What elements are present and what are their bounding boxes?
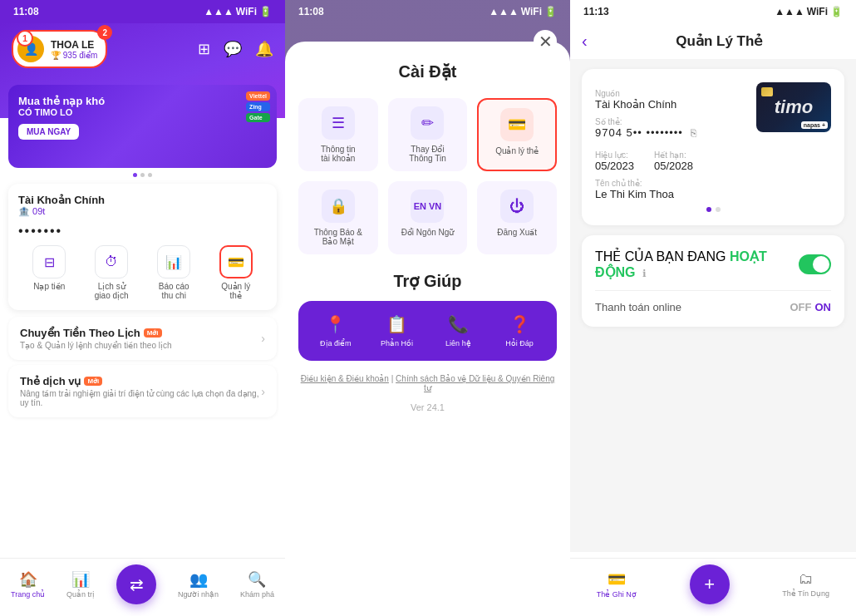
- source-label: Nguồn: [595, 89, 746, 98]
- account-title: Tài Khoản Chính: [18, 194, 267, 206]
- card-dot-2: [716, 207, 721, 212]
- bottom-nav-3: 💳 Thẻ Ghi Nợ + 🗂 Thẻ Tín Dụng: [570, 558, 856, 616]
- help-faq[interactable]: ❓ Hỏi Đáp: [492, 314, 547, 347]
- user-points: 🏆 935 điểm: [51, 51, 97, 60]
- status-label: THẺ CỦA BẠN ĐANG: [595, 249, 726, 264]
- expiry-block: Hiệu lực: 05/2023: [595, 144, 634, 172]
- settings-account-info[interactable]: ☰ Thông tintài khoản: [298, 98, 378, 171]
- nav-label-nguoi-nhan: Người nhận: [178, 590, 219, 599]
- nav-label-home: Trang chủ: [11, 590, 45, 599]
- chuyen-tien-promo[interactable]: Chuyển Tiền Theo Lịch Mới Tạo & Quản lý …: [8, 317, 277, 360]
- screen-home: 11:08 ▲▲▲ WiFi 🔋 👤 THOA LE 🏆 935 điểm: [0, 0, 285, 616]
- nav-nguoi-nhan[interactable]: 👥 Người nhận: [178, 570, 219, 599]
- help-grid: 📍 Địa điểm 📋 Phản Hồi 📞 Liên hệ ❓ Hỏi Đá…: [298, 301, 557, 361]
- card-page-title: Quản Lý Thẻ: [594, 32, 844, 50]
- qr-icon[interactable]: ⊞: [198, 40, 210, 58]
- privacy-link[interactable]: Chính sách Bảo vệ Dữ liệu & Quyền Riêng …: [396, 374, 554, 392]
- language-label: Đổi Ngôn Ngữ: [401, 228, 455, 237]
- dot-3: [148, 173, 152, 177]
- settings-card-management[interactable]: 💳 Quản lý thẻ: [477, 98, 557, 171]
- screen-card-management: 11:13 ▲▲▲ WiFi 🔋 ‹ Quản Lý Thẻ Nguồn Tài…: [570, 0, 856, 616]
- bao-cao-action[interactable]: 📊 Báo cáothu chi: [157, 245, 190, 300]
- nap-tien-action[interactable]: ⊟ Nạp tiền: [32, 245, 66, 300]
- kham-pha-icon: 🔍: [248, 570, 266, 589]
- the-dich-vu-promo[interactable]: Thẻ dịch vụ Mới Nâng tầm trải nghiệm giả…: [8, 365, 277, 417]
- card-row: Nguồn Tài Khoản Chính Số thẻ: 9704 5•• •…: [595, 82, 831, 200]
- status-icons-3: ▲▲▲ WiFi 🔋: [775, 6, 843, 17]
- nav-quan-tri[interactable]: 📊 Quản trị: [66, 570, 95, 599]
- the-tin-dung-icon: 🗂: [799, 570, 814, 588]
- battery-2: 🔋: [544, 6, 557, 17]
- terms-link[interactable]: Điều kiện & Điều khoản: [301, 374, 389, 383]
- nav-the-tin-dung[interactable]: 🗂 Thẻ Tín Dụng: [782, 570, 829, 598]
- banner-title: Mua thẻ nạp khó: [18, 95, 267, 107]
- close-button[interactable]: ✕: [534, 30, 557, 53]
- promo-title-1: Chuyển Tiền Theo Lịch Mới: [20, 327, 172, 339]
- settings-change-info[interactable]: ✏ Thay ĐổiThông Tin: [388, 98, 468, 171]
- chat-icon[interactable]: 💬: [224, 40, 242, 58]
- lich-su-label: Lịch sửgiao dịch: [95, 282, 129, 300]
- banner-brand-icons: Viettel Zing Gate: [246, 91, 270, 122]
- nav-transfer-center[interactable]: ⇄: [116, 564, 156, 604]
- lich-su-action[interactable]: ⏱ Lịch sửgiao dịch: [95, 245, 129, 300]
- nav-the-ghi-no[interactable]: 💳 Thẻ Ghi Nợ: [597, 570, 637, 599]
- user-details: THOA LE 🏆 935 điểm: [51, 39, 97, 60]
- napas-logo: napas +: [801, 121, 828, 129]
- account-info-label: Thông tintài khoản: [321, 145, 356, 163]
- nguoi-nhan-icon: 👥: [189, 570, 208, 589]
- card-mgmt-label: Quản lý thẻ: [495, 146, 539, 155]
- new-badge-2: Mới: [84, 377, 102, 386]
- viettel-badge: Viettel: [246, 91, 270, 101]
- card-info-card: Nguồn Tài Khoản Chính Số thẻ: 9704 5•• •…: [582, 69, 844, 225]
- banner-dots: [0, 173, 285, 177]
- legal-links: Điều kiện & Điều khoản | Chính sách Bảo …: [298, 374, 557, 392]
- language-icon: EN VN: [411, 190, 444, 223]
- battery-3: 🔋: [830, 6, 843, 17]
- gate-badge: Gate: [246, 113, 270, 122]
- help-location[interactable]: 📍 Địa điểm: [308, 314, 363, 347]
- zing-badge: Zing: [246, 102, 270, 111]
- expiry-end-block: Hết hạn: 05/2028: [654, 144, 693, 172]
- status-icons-2: ▲▲▲ WiFi 🔋: [489, 6, 557, 17]
- home-icon: 🏠: [19, 570, 37, 589]
- banner-buy-button[interactable]: MUA NGAY: [18, 124, 79, 140]
- bell-icon[interactable]: 🔔: [255, 40, 273, 58]
- card-dates: Hiệu lực: 05/2023 Hết hạn: 05/2028: [595, 144, 746, 172]
- nav-trang-chu[interactable]: 🏠 Trang chủ: [11, 570, 45, 599]
- card-dots: [595, 207, 831, 212]
- online-toggle-display: OFF ON: [790, 301, 832, 313]
- banner-subtitle: CÓ TIMO LO: [18, 107, 267, 117]
- promo-banner[interactable]: Mua thẻ nạp khó CÓ TIMO LO MUA NGAY Viet…: [8, 85, 277, 168]
- wifi-3: WiFi: [807, 6, 828, 17]
- nav-label-kham-pha: Khám phá: [240, 590, 274, 599]
- settings-logout[interactable]: ⏻ Đăng Xuất: [477, 181, 557, 254]
- new-badge-1: Mới: [144, 328, 162, 338]
- bao-cao-icon: 📊: [157, 245, 190, 278]
- card-nav-bar: ‹ Quản Lý Thẻ: [570, 23, 856, 59]
- copy-icon[interactable]: ⎘: [691, 127, 697, 139]
- help-feedback[interactable]: 📋 Phản Hồi: [370, 314, 425, 347]
- settings-language[interactable]: EN VN Đổi Ngôn Ngữ: [388, 181, 468, 254]
- wifi-2: WiFi: [521, 6, 542, 17]
- settings-security[interactable]: 🔒 Thông Báo &Bảo Mật: [298, 181, 378, 254]
- card-active-toggle[interactable]: [799, 254, 831, 274]
- help-contact[interactable]: 📞 Liên hệ: [431, 314, 486, 347]
- step-badge-1: 1: [17, 30, 33, 47]
- logout-icon: ⏻: [500, 190, 534, 223]
- status-text-container: THẺ CỦA BẠN ĐANG HOẠT ĐỘNG ℹ: [595, 249, 799, 280]
- expiry-value: 05/2023: [595, 160, 634, 172]
- faq-label: Hỏi Đáp: [505, 339, 534, 347]
- signal-icon-1: ▲▲▲: [204, 6, 234, 17]
- nap-tien-icon: ⊟: [32, 245, 66, 278]
- nav-add-card[interactable]: +: [690, 564, 730, 604]
- card-number: 9704 5•• •••••••• ⎘: [595, 126, 746, 139]
- card-mgmt-icon: 💳: [500, 108, 534, 141]
- wifi-icon-1: WiFi: [236, 6, 257, 17]
- quan-ly-the-icon: 💳: [219, 245, 253, 278]
- quan-ly-the-action[interactable]: 💳 Quản lýthẻ: [219, 245, 253, 300]
- account-balance: 🏦 09t: [18, 206, 267, 217]
- back-button[interactable]: ‹: [582, 32, 588, 51]
- help-title: Trợ Giúp: [298, 271, 557, 291]
- nav-kham-pha[interactable]: 🔍 Khám phá: [240, 570, 274, 599]
- promo-content-1: Chuyển Tiền Theo Lịch Mới Tạo & Quản lý …: [20, 327, 172, 350]
